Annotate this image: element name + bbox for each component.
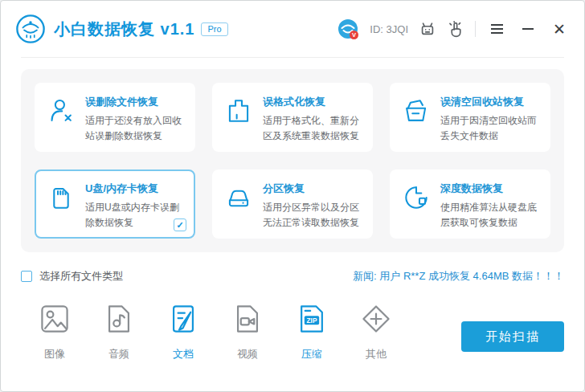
card-usb-memory-card-recovery[interactable]: U盘/内存卡恢复 适用U盘或内存卡误删除数据恢复 ✓ (35, 169, 195, 239)
close-button[interactable]: ✕ (549, 18, 570, 39)
robot-assistant-icon[interactable] (419, 20, 436, 38)
app-logo-icon (15, 14, 46, 44)
zip-file-icon: ZIP (294, 301, 329, 337)
select-all-label: 选择所有文件类型 (39, 269, 123, 284)
format-drive-icon (223, 93, 254, 143)
filetype-label: 其他 (366, 347, 387, 361)
user-avatar[interactable]: V (338, 18, 359, 40)
filetype-label: 视频 (237, 347, 258, 361)
options-row: 选择所有文件类型 新闻: 用户 R**Z 成功恢复 4.64MB 数据！！！ (21, 269, 564, 284)
card-text: 误删除文件恢复 适用于还没有放入回收站误删除数据恢复 (85, 93, 186, 143)
minimize-button[interactable] (518, 18, 538, 39)
card-desc: 使用精准算法从硬盘底层获取可恢复数据 (440, 200, 541, 230)
filetype-video[interactable]: 视频 (215, 301, 280, 361)
card-partition-recovery[interactable]: 分区恢复 适用分区异常以及分区无法正常读取数据恢复 (212, 169, 373, 239)
filetype-list: 图像 音频 (21, 301, 408, 361)
card-format-recovery[interactable]: 误格式化恢复 适用于格式化、重新分区及系统重装数据恢复 (212, 83, 373, 152)
card-title: 误格式化恢复 (263, 95, 363, 109)
titlebar-separator (475, 21, 476, 37)
filetype-label: 图像 (44, 347, 65, 361)
card-title: 深度数据恢复 (440, 182, 541, 196)
card-deleted-file-recovery[interactable]: 误删除文件恢复 适用于还没有放入回收站误删除数据恢复 (35, 83, 195, 152)
card-title: 误清空回收站恢复 (440, 95, 541, 109)
avatar-badge: V (352, 31, 356, 39)
card-title: U盘/内存卡恢复 (85, 182, 186, 196)
app-title: 小白数据恢复 v1.1 (54, 18, 194, 40)
start-scan-button[interactable]: 开始扫描 (461, 321, 564, 352)
card-desc: 适用于格式化、重新分区及系统重装数据恢复 (263, 113, 363, 143)
filetype-image[interactable]: 图像 (22, 301, 87, 361)
user-x-icon (46, 93, 76, 143)
zip-badge-text: ZIP (307, 317, 317, 325)
card-desc: 适用分区异常以及分区无法正常读取数据恢复 (263, 200, 363, 230)
recovery-modes-panel: 误删除文件恢复 适用于还没有放入回收站误删除数据恢复 误格式化恢复 适用于格式化… (21, 69, 564, 252)
other-file-icon (358, 301, 394, 337)
bottom-row: 图像 音频 (21, 301, 564, 361)
document-file-icon (166, 301, 201, 337)
select-all-filetypes: 选择所有文件类型 (21, 269, 123, 284)
card-text: 误格式化恢复 适用于格式化、重新分区及系统重装数据恢复 (263, 93, 363, 143)
pro-badge: Pro (201, 22, 227, 36)
card-text: 深度数据恢复 使用精准算法从硬盘底层获取可恢复数据 (440, 180, 541, 230)
titlebar: 小白数据恢复 v1.1 Pro V ID: 3JQI (1, 1, 584, 57)
video-file-icon (230, 301, 265, 337)
filetype-label: 压缩 (301, 347, 322, 361)
image-file-icon (37, 301, 72, 337)
card-desc: 适用于还没有放入回收站误删除数据恢复 (85, 113, 186, 143)
deep-scan-icon (401, 180, 432, 230)
titlebar-divider (21, 57, 564, 58)
filetype-label: 文档 (173, 347, 194, 361)
app-window: 小白数据恢复 v1.1 Pro V ID: 3JQI (0, 0, 585, 392)
card-desc: 适用U盘或内存卡误删除数据恢复 (85, 200, 186, 230)
card-recycle-bin-recovery[interactable]: 误清空回收站恢复 适用于因清空回收站而丢失文件数据 (390, 83, 550, 152)
filetype-other[interactable]: 其他 (344, 301, 408, 361)
card-text: 误清空回收站恢复 适用于因清空回收站而丢失文件数据 (440, 93, 541, 143)
hard-drive-icon (223, 180, 254, 230)
card-title: 分区恢复 (263, 182, 363, 196)
recycle-bin-icon (401, 93, 432, 143)
card-checkbox-checked[interactable]: ✓ (174, 218, 186, 231)
filetype-audio[interactable]: 音频 (87, 301, 151, 361)
sd-card-icon (46, 180, 76, 230)
filetype-document[interactable]: 文档 (151, 301, 215, 361)
card-text: U盘/内存卡恢复 适用U盘或内存卡误删除数据恢复 (85, 180, 186, 230)
hand-click-icon[interactable] (447, 20, 464, 38)
card-title: 误删除文件恢复 (85, 95, 186, 109)
card-desc: 适用于因清空回收站而丢失文件数据 (440, 113, 541, 143)
select-all-checkbox[interactable] (21, 271, 32, 282)
menu-button[interactable] (486, 18, 507, 39)
card-text: 分区恢复 适用分区异常以及分区无法正常读取数据恢复 (263, 180, 363, 230)
audio-file-icon (101, 301, 137, 337)
user-id-label: ID: 3JQI (370, 23, 408, 35)
card-deep-recovery[interactable]: 深度数据恢复 使用精准算法从硬盘底层获取可恢复数据 (390, 169, 550, 239)
filetype-label: 音频 (108, 347, 129, 361)
filetype-archive[interactable]: ZIP 压缩 (280, 301, 344, 361)
titlebar-actions: V ID: 3JQI (338, 18, 570, 40)
news-ticker: 新闻: 用户 R**Z 成功恢复 4.64MB 数据！！！ (353, 269, 564, 284)
